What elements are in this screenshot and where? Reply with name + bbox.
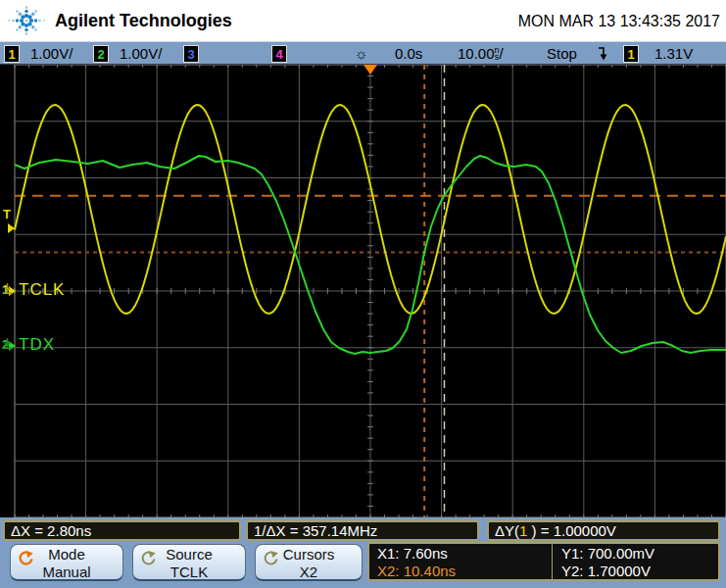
inv-delta-x-readout: 1/ΔX = 357.14MHz <box>246 520 479 541</box>
ch1-ground-marker[interactable]: 1 <box>2 283 16 296</box>
delta-x-readout: ΔX = 2.80ns <box>3 520 241 541</box>
channel-1-scale: 1.00V/ <box>30 44 73 63</box>
scope-graticule <box>0 65 726 517</box>
ch2-ground-marker[interactable]: 2 <box>2 338 16 351</box>
channel-3-badge[interactable]: 3 <box>183 44 199 63</box>
ch1-ground-icon <box>2 283 13 294</box>
status-toolbar: 1 1.00V/ 2 1.00V/ 3 4 ☼ 0.0s 10.00ns/ St… <box>0 41 726 65</box>
x2-readout: X2: 10.40ns <box>377 563 456 580</box>
header: Agilent Technologies MON MAR 13 13:43:35… <box>0 0 726 41</box>
delay-readout: 0.0s <box>395 44 422 63</box>
y1-readout: Y1: 700.00mV <box>561 545 654 563</box>
channel-2-scale: 1.00V/ <box>120 44 162 63</box>
softkey-cursors-button[interactable]: Cursors X2 <box>255 544 363 581</box>
knob-icon <box>18 550 34 566</box>
brand-title: Agilent Technologies <box>55 11 232 31</box>
panel-divider <box>552 544 553 579</box>
ch2-ground-icon <box>2 338 13 349</box>
knob-icon <box>140 550 157 566</box>
trigger-position-marker[interactable] <box>363 65 377 74</box>
trigger-source-badge[interactable]: 1 <box>623 44 639 63</box>
channel-1-badge[interactable]: 1 <box>4 44 20 63</box>
cursor-values-panel: X1: 7.60ns X2: 10.40ns Y1: 700.00mV Y2: … <box>367 542 720 581</box>
trigger-slope-icon <box>597 45 608 64</box>
softkey-mode-button[interactable]: Mode Manual <box>10 544 123 581</box>
tdx-trace-label: TDX <box>19 335 55 355</box>
datetime: MON MAR 13 13:43:35 2017 <box>518 13 720 30</box>
softkey-source-button[interactable]: Source TCLK <box>132 544 246 581</box>
oscilloscope-screen: Agilent Technologies MON MAR 13 13:43:35… <box>0 0 726 588</box>
trigger-level-readout: 1.31V <box>654 44 693 63</box>
tclk-trace-label: TCLK <box>19 280 65 300</box>
agilent-logo-icon <box>6 1 47 40</box>
waveform-display: T 1 2 TCLK TDX <box>0 65 726 517</box>
trigger-level-marker[interactable]: T <box>3 208 15 233</box>
knob-icon <box>263 550 279 566</box>
x1-readout: X1: 7.60ns <box>377 545 456 563</box>
channel-2-badge[interactable]: 2 <box>93 44 109 63</box>
intensity-sun-icon: ☼ <box>355 44 368 63</box>
delta-y-readout: ΔY(1 ) = 1.00000V <box>487 520 720 541</box>
timebase-readout: 10.00ns/ <box>458 44 504 63</box>
channel-4-badge[interactable]: 4 <box>271 44 287 63</box>
run-state: Stop <box>547 44 577 63</box>
y2-readout: Y2: 1.70000V <box>561 563 654 580</box>
